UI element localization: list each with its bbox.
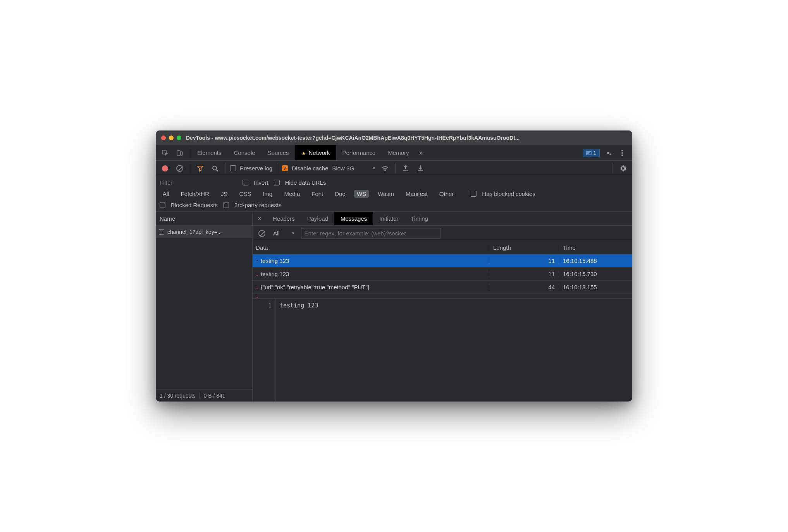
- type-all[interactable]: All: [160, 190, 172, 198]
- message-time: 16:10:15.488: [559, 257, 632, 264]
- line-number: 1: [253, 299, 276, 402]
- search-icon[interactable]: [210, 163, 220, 174]
- message-length: 44: [489, 284, 559, 290]
- clear-icon: [176, 165, 183, 172]
- type-ws[interactable]: WS: [354, 190, 369, 198]
- type-fetch-xhr[interactable]: Fetch/XHR: [178, 190, 212, 198]
- dtab-timing[interactable]: Timing: [405, 212, 434, 225]
- titlebar: DevTools - www.piesocket.com/websocket-t…: [156, 130, 632, 145]
- close-window-button[interactable]: [161, 136, 166, 140]
- record-button[interactable]: [160, 163, 170, 174]
- minimize-window-button[interactable]: [169, 136, 174, 140]
- tab-network-label: Network: [308, 149, 330, 156]
- messages-header: Data Length Time: [253, 241, 632, 254]
- import-har-icon[interactable]: [400, 163, 411, 174]
- request-list-status: 1 / 30 requests 0 B / 841: [156, 389, 252, 402]
- tab-sources[interactable]: Sources: [262, 145, 295, 160]
- transfer-size: 0 B / 841: [204, 393, 225, 399]
- tabs-overflow-button[interactable]: »: [415, 145, 427, 160]
- messages-table: Data Length Time ↑ testing 123 11 16:10:…: [253, 241, 632, 299]
- svg-rect-3: [587, 151, 591, 155]
- disable-cache-label: Disable cache: [292, 165, 328, 172]
- blocked-requests-label: Blocked Requests: [171, 202, 218, 208]
- network-conditions-icon[interactable]: [380, 163, 391, 174]
- third-party-checkbox[interactable]: [223, 202, 229, 208]
- preserve-log-checkbox[interactable]: [230, 165, 236, 171]
- settings-icon[interactable]: [603, 148, 614, 158]
- messages-toolbar: All ▼: [253, 226, 632, 241]
- throttling-select[interactable]: Slow 3G ▼: [332, 165, 376, 172]
- tab-performance[interactable]: Performance: [336, 145, 382, 160]
- messages-regex-input[interactable]: [301, 228, 440, 239]
- close-detail-button[interactable]: ×: [253, 212, 267, 225]
- more-icon[interactable]: [617, 148, 628, 158]
- incoming-icon: ↓: [256, 271, 258, 277]
- svg-point-6: [621, 154, 623, 156]
- dtab-messages[interactable]: Messages: [334, 212, 373, 225]
- tab-elements[interactable]: Elements: [191, 145, 228, 160]
- type-font[interactable]: Font: [308, 190, 326, 198]
- message-time: 16:10:18.155: [559, 284, 632, 290]
- type-js[interactable]: JS: [218, 190, 231, 198]
- clear-messages-button[interactable]: [256, 228, 267, 239]
- message-data: testing 123: [261, 257, 289, 264]
- warning-icon: ▲: [301, 150, 306, 156]
- inspect-element-icon[interactable]: [160, 148, 170, 158]
- message-row[interactable]: ↓: [253, 294, 632, 299]
- request-row[interactable]: channel_1?api_key=...: [156, 226, 252, 238]
- type-img[interactable]: Img: [260, 190, 275, 198]
- svg-rect-1: [177, 151, 180, 155]
- traffic-lights: [161, 136, 181, 140]
- incoming-icon: ↓: [256, 294, 258, 299]
- outgoing-icon: ↑: [256, 258, 258, 264]
- svg-point-5: [621, 152, 623, 154]
- dtab-initiator[interactable]: Initiator: [373, 212, 404, 225]
- preview-content[interactable]: testing 123: [276, 299, 322, 402]
- chevron-down-icon: ▼: [372, 166, 376, 170]
- disable-cache-checkbox[interactable]: [282, 165, 288, 171]
- chevron-down-icon: ▼: [291, 231, 295, 235]
- type-manifest[interactable]: Manifest: [403, 190, 431, 198]
- col-time-header[interactable]: Time: [559, 244, 632, 251]
- message-row[interactable]: ↑ testing 123 11 16:10:15.488: [253, 254, 632, 268]
- col-length-header[interactable]: Length: [489, 244, 559, 251]
- type-wasm[interactable]: Wasm: [375, 190, 397, 198]
- maximize-window-button[interactable]: [177, 136, 181, 140]
- has-blocked-cookies-checkbox[interactable]: [471, 191, 477, 197]
- device-toolbar-icon[interactable]: [174, 148, 185, 158]
- type-media[interactable]: Media: [281, 190, 303, 198]
- tab-console[interactable]: Console: [228, 145, 262, 160]
- type-css[interactable]: CSS: [236, 190, 255, 198]
- svg-point-4: [621, 150, 623, 151]
- message-time: 16:10:15.730: [559, 271, 632, 277]
- export-har-icon[interactable]: [415, 163, 426, 174]
- col-data-header[interactable]: Data: [253, 244, 489, 251]
- tab-memory[interactable]: Memory: [382, 145, 415, 160]
- filter-toggle-icon[interactable]: [195, 163, 206, 174]
- type-other[interactable]: Other: [436, 190, 457, 198]
- message-row[interactable]: ↓ testing 123 11 16:10:15.730: [253, 268, 632, 281]
- svg-point-8: [385, 170, 386, 171]
- network-toolbar: Preserve log Disable cache Slow 3G ▼: [156, 161, 632, 176]
- invert-checkbox[interactable]: [243, 180, 248, 185]
- type-doc[interactable]: Doc: [332, 190, 348, 198]
- throttling-value: Slow 3G: [332, 165, 354, 172]
- resource-type-filters: All Fetch/XHR JS CSS Img Media Font Doc …: [160, 190, 628, 198]
- dtab-payload[interactable]: Payload: [301, 212, 334, 225]
- hide-data-urls-checkbox[interactable]: [274, 180, 280, 185]
- request-type-icon: [159, 229, 164, 235]
- svg-rect-10: [418, 170, 423, 171]
- filter-input[interactable]: [160, 179, 237, 186]
- name-column-header[interactable]: Name: [156, 212, 252, 226]
- tab-network[interactable]: ▲ Network: [295, 145, 336, 160]
- blocked-requests-checkbox[interactable]: [160, 202, 165, 208]
- issues-badge[interactable]: 1: [583, 149, 600, 157]
- network-settings-icon[interactable]: [618, 163, 628, 174]
- dtab-headers[interactable]: Headers: [267, 212, 301, 225]
- request-detail: × Headers Payload Messages Initiator Tim…: [253, 212, 632, 402]
- message-preview: 1 testing 123: [253, 299, 632, 402]
- message-row[interactable]: ↓ {"url":"ok","retryable":true,"method":…: [253, 281, 632, 294]
- clear-button[interactable]: [174, 163, 185, 174]
- messages-filter-value: All: [273, 230, 280, 237]
- messages-filter-select[interactable]: All ▼: [271, 229, 297, 238]
